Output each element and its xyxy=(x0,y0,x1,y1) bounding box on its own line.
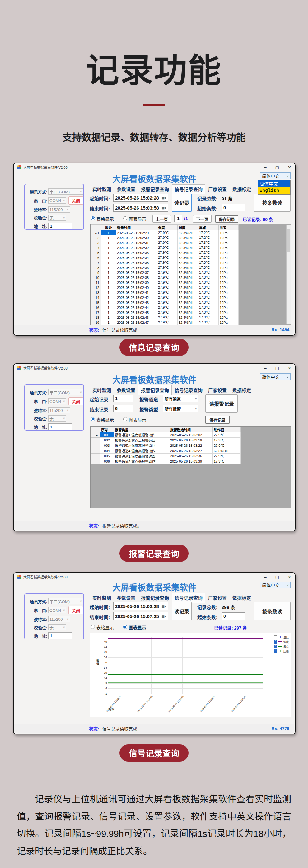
alarm-channel-select[interactable]: 所有通道∨ xyxy=(163,395,199,402)
close-port-button[interactable]: 关闭 xyxy=(68,606,83,614)
tab-alarm-query[interactable]: 报警记录查询 xyxy=(138,385,172,395)
tab-alarm-query[interactable]: 报警记录查询 xyxy=(138,593,172,603)
table-row[interactable]: 5 1 2025-05-26 15:02:33 27.9℃ 52.3%RH 17… xyxy=(91,250,239,255)
col-alarm-time[interactable]: 报警起始时间 xyxy=(169,427,213,432)
calendar-icon[interactable]: ▦▾ xyxy=(162,604,166,608)
chart-view-label[interactable]: 图表显示 xyxy=(129,416,146,423)
start-record-input[interactable]: 1 xyxy=(113,395,133,402)
table-row[interactable]: 4 1 2025-05-26 15:02:32 27.9℃ 52.3%RH 17… xyxy=(91,245,239,250)
table-row[interactable]: 003 报警通道3:温度高报警返回 2025-05-26 15:03:22 27… xyxy=(91,443,241,448)
save-records-button[interactable]: 保存记录 xyxy=(205,415,230,424)
baud-select[interactable]: 115200∨ xyxy=(48,207,70,213)
tab-factory[interactable]: 厂家设置 xyxy=(205,184,230,194)
calendar-icon[interactable]: ▦▾ xyxy=(162,206,166,210)
checkbox-checked-icon[interactable] xyxy=(274,645,277,648)
col-action-value[interactable]: 动作值 xyxy=(213,427,241,432)
calendar-icon[interactable]: ▦▾ xyxy=(162,615,166,618)
end-time-input[interactable]: 2025-05-26 15:07:25▦▾ xyxy=(113,612,168,620)
vertical-scrollbar[interactable] xyxy=(286,225,290,324)
table-view-label[interactable]: 表格显示 xyxy=(97,416,114,423)
tab-signal-query[interactable]: 信号记录查询 xyxy=(172,184,205,194)
start-time-input[interactable]: 2025-05-26 15:02:28▦▾ xyxy=(113,602,168,610)
read-by-count-button[interactable]: 按条数读 xyxy=(254,194,290,212)
table-row[interactable]: 16 1 2025-05-26 15:02:44 27.9℃ 52.3%RH 1… xyxy=(91,305,239,310)
table-row[interactable]: 1 1 2025-05-26 15:02:29 27.9℃ 52.3%RH 17… xyxy=(91,230,239,236)
tab-factory[interactable]: 厂家设置 xyxy=(205,593,230,603)
close-icon[interactable]: ✕ xyxy=(288,575,291,579)
table-row[interactable]: 10 1 2025-05-26 15:02:38 27.9℃ 52.3%RH 1… xyxy=(91,275,239,280)
read-by-count-button[interactable]: 按条数读 xyxy=(254,602,290,620)
tab-realtime[interactable]: 实时监测 xyxy=(90,184,114,194)
comm-mode-select[interactable]: 串口(COM)∨ xyxy=(48,598,83,604)
col-pressure[interactable]: 压差 xyxy=(219,225,239,230)
table-row[interactable]: 2 1 2025-05-26 15:02:30 27.9℃ 52.3%RH 17… xyxy=(91,236,239,240)
tab-calibration[interactable]: 数据标定 xyxy=(230,593,254,603)
tab-signal-query[interactable]: 信号记录查询 xyxy=(172,385,205,395)
table-row[interactable]: 002 报警通道2:露点高报警返回 2025-05-26 15:03:19 17… xyxy=(91,438,241,443)
table-row[interactable]: 006 报警通道2:露点低报警动作 2025-05-26 15:03:39 17… xyxy=(91,459,241,464)
table-row[interactable]: 13 1 2025-05-26 15:02:41 27.9℃ 52.4%RH 1… xyxy=(91,290,239,295)
language-select[interactable]: 简体中文 ∨ xyxy=(260,173,290,179)
maximize-icon[interactable]: ▢ xyxy=(275,575,279,579)
table-view-label[interactable]: 表格显示 xyxy=(97,624,114,630)
table-row[interactable]: 17 1 2025-05-26 15:02:45 27.9℃ 52.3%RH 1… xyxy=(91,310,239,315)
start-index-input[interactable]: 0 xyxy=(221,204,245,211)
col-index[interactable]: 序号 xyxy=(100,427,114,432)
next-page-button[interactable]: 下一页 xyxy=(193,215,211,223)
chart-view-label[interactable]: 图表显示 xyxy=(129,624,146,630)
minimize-icon[interactable]: – xyxy=(265,366,267,371)
close-icon[interactable]: ✕ xyxy=(288,366,291,371)
alarm-type-select[interactable]: 所有报警∨ xyxy=(163,405,199,412)
close-port-button[interactable]: 关闭 xyxy=(68,397,83,405)
address-input[interactable]: 1 xyxy=(48,223,72,229)
baud-select[interactable]: 115200∨ xyxy=(48,407,70,413)
table-row[interactable]: 9 1 2025-05-26 15:02:37 27.9℃ 52.3%RH 17… xyxy=(91,270,239,275)
tab-alarm-query[interactable]: 报警记录查询 xyxy=(138,184,172,194)
table-view-radio[interactable] xyxy=(91,216,95,220)
read-records-button[interactable]: 读记录 xyxy=(172,602,192,620)
save-records-button[interactable]: 保存记录 xyxy=(215,215,238,223)
table-row[interactable]: 18 1 2025-05-26 15:02:46 27.9℃ 52.4%RH 1… xyxy=(91,315,239,320)
table-view-label[interactable]: 表格显示 xyxy=(97,216,114,222)
address-input[interactable]: 1 xyxy=(48,424,72,430)
page-input[interactable]: 1 xyxy=(174,215,182,222)
col-time[interactable]: 测量时间 xyxy=(116,225,157,230)
col-temperature[interactable]: 温度 xyxy=(157,225,178,230)
checkbox-checked-icon[interactable] xyxy=(274,640,277,644)
table-row[interactable]: 11 1 2025-05-26 15:02:39 27.9℃ 52.3%RH 1… xyxy=(91,280,239,285)
baud-select[interactable]: 115200∨ xyxy=(48,616,70,622)
table-row[interactable]: 7 1 2025-05-26 15:02:35 27.9℃ 52.3%RH 17… xyxy=(91,260,239,265)
comm-mode-select[interactable]: 串口(COM)∨ xyxy=(48,389,83,395)
minimize-icon[interactable]: – xyxy=(265,575,267,579)
com-port-select[interactable]: COM4∨ xyxy=(48,197,66,204)
table-row[interactable]: 001 报警通道1:温度低报警动作 2025-05-26 15:03:02 27… xyxy=(91,432,241,438)
maximize-icon[interactable]: ▢ xyxy=(275,165,279,170)
col-dewpoint[interactable]: 露点 xyxy=(198,225,219,230)
table-row[interactable]: 12 1 2025-05-26 15:02:40 27.9℃ 52.3%RH 1… xyxy=(91,285,239,290)
table-row[interactable]: 005 报警通道1:温度高报警返回 2025-05-26 15:03:36 27… xyxy=(91,454,241,459)
table-row[interactable]: 14 1 2025-05-26 15:02:42 27.9℃ 52.3%RH 1… xyxy=(91,295,239,300)
language-option-english[interactable]: English xyxy=(258,187,290,194)
end-time-input[interactable]: 2025-05-26 15:03:58▦▾ xyxy=(113,204,168,212)
checkbox-unchecked-icon[interactable] xyxy=(274,636,277,639)
tab-params[interactable]: 参数设置 xyxy=(114,385,138,395)
end-record-input[interactable]: 6 xyxy=(113,405,133,412)
read-records-button[interactable]: 读记录 xyxy=(172,194,192,212)
table-row[interactable]: 8 1 2025-05-26 15:02:36 27.9℃ 52.3%RH 17… xyxy=(91,265,239,270)
start-time-input[interactable]: 2025-05-26 15:02:28▦▾ xyxy=(113,194,168,202)
checkbox-checked-icon[interactable] xyxy=(274,649,277,653)
table-view-radio[interactable] xyxy=(91,625,95,629)
table-row[interactable]: 3 1 2025-05-26 15:02:31 27.9℃ 52.3%RH 17… xyxy=(91,240,239,245)
col-address[interactable]: 地址 xyxy=(101,225,116,230)
table-view-radio[interactable] xyxy=(91,417,95,421)
prev-page-button[interactable]: 上一页 xyxy=(152,215,171,223)
parity-select[interactable]: 无∨ xyxy=(48,415,66,422)
tab-signal-query[interactable]: 信号记录查询 xyxy=(172,593,205,603)
comm-mode-select[interactable]: 串口(COM)∨ xyxy=(48,188,83,194)
close-icon[interactable]: ✕ xyxy=(288,165,291,170)
tab-factory[interactable]: 厂家设置 xyxy=(205,385,230,395)
table-row[interactable]: 19 1 2025-05-26 15:02:47 27.9℃ 52.4%RH 1… xyxy=(91,320,239,325)
tab-realtime[interactable]: 实时监测 xyxy=(90,593,114,603)
maximize-icon[interactable]: ▢ xyxy=(275,366,279,371)
com-port-select[interactable]: COM4∨ xyxy=(48,607,66,613)
